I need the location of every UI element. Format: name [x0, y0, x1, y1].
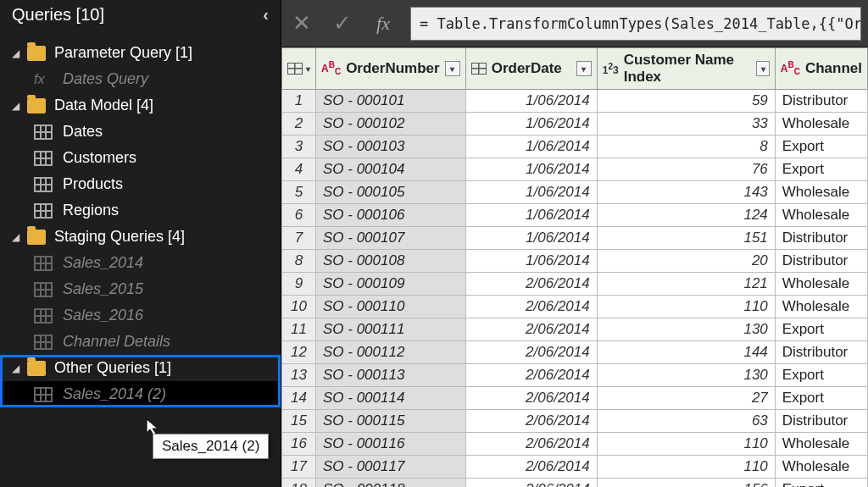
cell-orderdate[interactable]: 1/06/2014: [465, 204, 597, 227]
cell-customer-index[interactable]: 121: [597, 273, 775, 296]
cell-orderdate[interactable]: 2/06/2014: [465, 387, 597, 410]
cell-channel[interactable]: Export: [775, 479, 867, 488]
cell-customer-index[interactable]: 110: [597, 296, 775, 318]
cell-channel[interactable]: Export: [775, 158, 867, 181]
cell-customer-index[interactable]: 20: [597, 250, 775, 273]
cell-orderdate[interactable]: 2/06/2014: [465, 364, 597, 387]
cell-ordernumber[interactable]: SO - 000117: [316, 456, 466, 479]
cell-channel[interactable]: Distributor: [775, 227, 867, 250]
cell-ordernumber[interactable]: SO - 000103: [316, 136, 466, 158]
cell-customer-index[interactable]: 8: [597, 136, 775, 158]
cell-ordernumber[interactable]: SO - 000108: [316, 250, 466, 273]
cell-channel[interactable]: Export: [775, 364, 867, 387]
row-number[interactable]: 12: [282, 341, 316, 364]
row-number[interactable]: 16: [282, 433, 316, 456]
table-row[interactable]: 16SO - 0001162/06/2014110Wholesale: [282, 433, 868, 456]
table-row[interactable]: 6SO - 0001061/06/2014124Wholesale: [282, 204, 868, 227]
table-row[interactable]: 7SO - 0001071/06/2014151Distributor: [282, 227, 868, 250]
cell-channel[interactable]: Wholesale: [775, 113, 867, 136]
column-filter-button[interactable]: ▾: [576, 61, 592, 76]
table-row[interactable]: 5SO - 0001051/06/2014143Wholesale: [282, 181, 868, 204]
row-number[interactable]: 1: [282, 90, 316, 113]
query-channel-details[interactable]: Channel Details: [0, 329, 281, 355]
column-header-customer-index[interactable]: 123 Customer Name Index ▾: [597, 48, 775, 90]
column-header-channel[interactable]: ABC Channel: [775, 48, 867, 90]
row-number[interactable]: 6: [282, 204, 316, 227]
cell-orderdate[interactable]: 2/06/2014: [465, 479, 597, 488]
fx-button[interactable]: fx: [370, 10, 397, 37]
cell-ordernumber[interactable]: SO - 000114: [316, 387, 466, 410]
row-number[interactable]: 5: [282, 181, 316, 204]
cell-customer-index[interactable]: 27: [597, 387, 775, 410]
table-row[interactable]: 12SO - 0001122/06/2014144Distributor: [282, 341, 868, 364]
cell-orderdate[interactable]: 2/06/2014: [465, 296, 597, 318]
cell-channel[interactable]: Wholesale: [775, 456, 867, 479]
cell-channel[interactable]: Wholesale: [775, 273, 867, 296]
query-regions[interactable]: Regions: [0, 197, 281, 224]
cell-orderdate[interactable]: 2/06/2014: [465, 341, 597, 364]
table-row[interactable]: 11SO - 0001112/06/2014130Export: [282, 318, 868, 341]
table-row[interactable]: 13SO - 0001132/06/2014130Export: [282, 364, 868, 387]
cell-ordernumber[interactable]: SO - 000112: [316, 341, 466, 364]
cell-channel[interactable]: Wholesale: [775, 296, 867, 318]
table-corner[interactable]: ▾: [282, 48, 316, 90]
cell-customer-index[interactable]: 156: [597, 479, 775, 488]
column-header-orderdate[interactable]: OrderDate ▾: [465, 48, 597, 90]
cell-customer-index[interactable]: 110: [597, 456, 775, 479]
cell-orderdate[interactable]: 2/06/2014: [465, 273, 597, 296]
cell-channel[interactable]: Distributor: [775, 410, 867, 433]
cell-channel[interactable]: Export: [775, 318, 867, 341]
row-number[interactable]: 11: [282, 318, 316, 341]
table-row[interactable]: 3SO - 0001031/06/20148Export: [282, 136, 868, 158]
cell-orderdate[interactable]: 2/06/2014: [465, 456, 597, 479]
table-row[interactable]: 8SO - 0001081/06/201420Distributor: [282, 250, 868, 273]
row-number[interactable]: 18: [282, 479, 316, 488]
cell-customer-index[interactable]: 143: [597, 181, 775, 204]
cell-channel[interactable]: Wholesale: [775, 204, 867, 227]
table-row[interactable]: 18SO - 0001182/06/2014156Export: [282, 479, 868, 488]
row-number[interactable]: 17: [282, 456, 316, 479]
cell-customer-index[interactable]: 144: [597, 341, 775, 364]
cell-customer-index[interactable]: 63: [597, 410, 775, 433]
query-dates[interactable]: Dates: [0, 119, 281, 145]
cell-channel[interactable]: Export: [775, 387, 867, 410]
table-row[interactable]: 10SO - 0001102/06/2014110Wholesale: [282, 296, 868, 318]
cell-ordernumber[interactable]: SO - 000118: [316, 479, 466, 488]
cell-customer-index[interactable]: 130: [597, 364, 775, 387]
query-dates-query[interactable]: fx Dates Query: [0, 66, 281, 92]
group-staging-queries[interactable]: ◢ Staging Queries [4]: [0, 224, 281, 250]
cell-customer-index[interactable]: 76: [597, 158, 775, 181]
cell-channel[interactable]: Distributor: [775, 341, 867, 364]
cell-ordernumber[interactable]: SO - 000116: [316, 433, 466, 456]
row-number[interactable]: 13: [282, 364, 316, 387]
cell-ordernumber[interactable]: SO - 000106: [316, 204, 466, 227]
cell-ordernumber[interactable]: SO - 000113: [316, 364, 466, 387]
table-row[interactable]: 17SO - 0001172/06/2014110Wholesale: [282, 456, 868, 479]
cell-ordernumber[interactable]: SO - 000110: [316, 296, 466, 318]
row-number[interactable]: 7: [282, 227, 316, 250]
cell-ordernumber[interactable]: SO - 000107: [316, 227, 466, 250]
cell-customer-index[interactable]: 151: [597, 227, 775, 250]
row-number[interactable]: 15: [282, 410, 316, 433]
cell-ordernumber[interactable]: SO - 000105: [316, 181, 466, 204]
query-sales-2014-copy[interactable]: Sales_2014 (2): [0, 381, 281, 407]
column-filter-button[interactable]: ▾: [756, 61, 769, 76]
table-row[interactable]: 1SO - 0001011/06/201459Distributor: [282, 90, 868, 113]
cell-orderdate[interactable]: 1/06/2014: [465, 113, 597, 136]
table-row[interactable]: 14SO - 0001142/06/201427Export: [282, 387, 868, 410]
cell-channel[interactable]: Wholesale: [775, 181, 867, 204]
cell-customer-index[interactable]: 110: [597, 433, 775, 456]
cell-customer-index[interactable]: 33: [597, 113, 775, 136]
cell-channel[interactable]: Export: [775, 136, 867, 158]
row-number[interactable]: 14: [282, 387, 316, 410]
cell-ordernumber[interactable]: SO - 000102: [316, 113, 466, 136]
group-other-queries[interactable]: ◢ Other Queries [1]: [0, 355, 281, 381]
cell-customer-index[interactable]: 124: [597, 204, 775, 227]
cell-ordernumber[interactable]: SO - 000109: [316, 273, 466, 296]
cell-orderdate[interactable]: 1/06/2014: [465, 136, 597, 158]
cell-customer-index[interactable]: 130: [597, 318, 775, 341]
sidebar-collapse-button[interactable]: ‹: [263, 5, 269, 25]
formula-input[interactable]: = Table.TransformColumnTypes(Sales_2014_…: [410, 7, 861, 41]
cell-channel[interactable]: Distributor: [775, 90, 867, 113]
confirm-formula-button[interactable]: ✓: [329, 10, 356, 37]
